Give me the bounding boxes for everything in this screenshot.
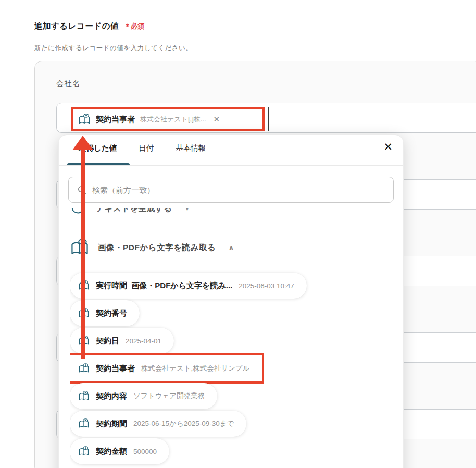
page-subtitle: 新たに作成するレコードの値を入力してください。 (34, 44, 192, 53)
list-item[interactable]: 契約日2025-04-01 (70, 328, 174, 354)
active-tab-underline (67, 163, 130, 166)
annotation-arrow-head (72, 136, 93, 150)
item-list: 実行時間_画像・PDFから文字を読み...2025-06-03 10:47 契約… (70, 273, 402, 464)
value-picker-popup: 取得した値日付基本情報 ✕ テキストを生成する ▼ 画像・PDFから文字を読み取… (58, 134, 404, 468)
chip-remove-icon[interactable]: ✕ (214, 115, 220, 124)
section-label: テキストを生成する (96, 208, 172, 214)
list-item[interactable]: 実行時間_画像・PDFから文字を読み...2025-06-03 10:47 (70, 273, 307, 299)
ocr-book-eye-icon (78, 363, 90, 374)
section-header-generate-text[interactable]: テキストを生成する ▼ (70, 208, 402, 219)
item-label: 実行時間_画像・PDFから文字を読み... (96, 281, 232, 291)
tab-bar: 取得した値日付基本情報 (79, 143, 206, 153)
item-value: 2025-04-01 (126, 337, 161, 345)
ocr-book-eye-icon (78, 114, 91, 125)
item-label: 契約金額 (96, 447, 127, 457)
list-item[interactable]: 契約金額500000 (70, 438, 169, 464)
screen: 追加するレコードの値 ＊必須 新たに作成するレコードの値を入力してください。 会… (0, 0, 476, 468)
list-item[interactable]: 契約期間2025-06-15から2025-09-30まで (70, 411, 246, 437)
list-item[interactable]: 契約内容ソフトウェア開発業務 (70, 383, 217, 409)
item-label: 契約内容 (96, 391, 127, 401)
item-label: 契約当事者 (96, 364, 135, 374)
item-value: 株式会社テスト,株式会社サンプル (141, 364, 249, 373)
chevron-down-icon: ▼ (185, 208, 190, 212)
annotation-arrow-line (81, 149, 85, 359)
item-label: 契約番号 (96, 309, 127, 318)
item-label: 契約日 (96, 336, 119, 346)
selected-value-chip-highlight[interactable]: 契約当事者 株式会社テスト[,]株... ✕ (71, 107, 265, 131)
item-value: 2025-06-15から2025-09-30まで (133, 419, 234, 428)
list-item[interactable]: 契約当事者株式会社テスト,株式会社サンプル (70, 355, 262, 381)
page-header: 追加するレコードの値 ＊必須 (34, 21, 144, 32)
search-input[interactable] (92, 186, 393, 194)
ocr-book-eye-icon (78, 391, 90, 401)
chevron-up-icon: ∧ (228, 243, 234, 252)
item-value: ソフトウェア開発業務 (133, 391, 205, 401)
ocr-book-eye-icon (70, 239, 90, 256)
item-value: 2025-06-03 10:47 (239, 282, 294, 290)
required-badge: ＊必須 (124, 22, 144, 31)
chip-value: 株式会社テスト[,]株... (140, 115, 206, 124)
ocr-book-eye-icon (78, 446, 90, 457)
ocr-book-eye-icon (78, 418, 90, 429)
chip-label: 契約当事者 (96, 115, 135, 125)
text-cursor (268, 107, 269, 131)
close-icon[interactable]: ✕ (383, 141, 393, 152)
page-title: 追加するレコードの値 (34, 21, 119, 32)
section-label: 画像・PDFから文字を読み取る (98, 242, 216, 253)
field-label-company: 会社名 (56, 79, 81, 89)
highlighted-item-box: 契約当事者株式会社テスト,株式会社サンプル (70, 353, 264, 384)
section-header-ocr[interactable]: 画像・PDFから文字を読み取る ∧ (70, 236, 402, 259)
item-label: 契約期間 (96, 419, 127, 429)
item-value: 500000 (133, 448, 157, 455)
value-list: テキストを生成する ▼ 画像・PDFから文字を読み取る ∧ 実行時間_画像・PD… (70, 208, 402, 468)
tab-divider (59, 165, 403, 166)
tab-1[interactable]: 日付 (139, 143, 154, 153)
tab-2[interactable]: 基本情報 (176, 143, 206, 153)
search-box[interactable] (68, 177, 394, 203)
